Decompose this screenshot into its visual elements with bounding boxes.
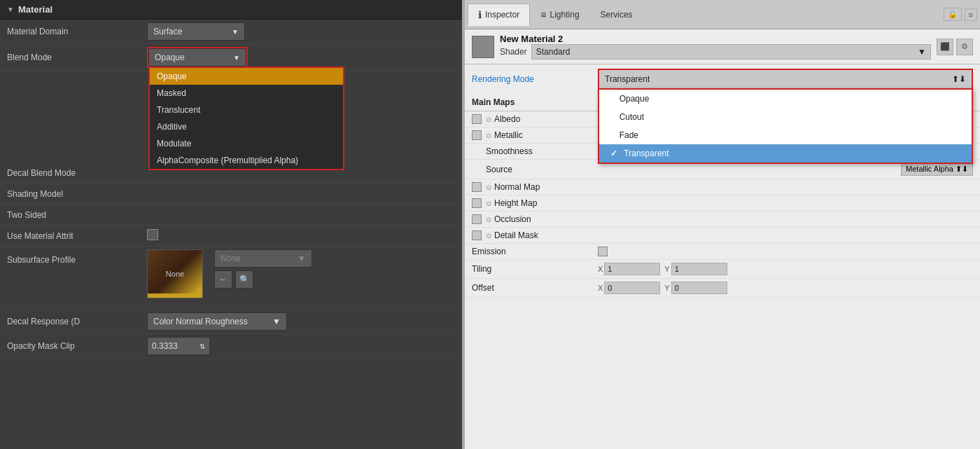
detail-mask-row: ⊙ Detail Mask	[465, 228, 980, 244]
profile-search-button[interactable]: 🔍	[235, 270, 253, 289]
opacity-mask-control: 0.3333 ⇅	[147, 337, 455, 355]
blend-option-translucent[interactable]: Translucent	[150, 102, 343, 118]
subsurface-profile-control: None None ▼ ← 🔍	[147, 249, 312, 298]
decal-blend-mode-label: Decal Blend Mode	[7, 168, 147, 178]
material-preview-icon	[472, 36, 494, 58]
occlusion-label: Occlusion	[494, 214, 973, 224]
occlusion-checkbox[interactable]	[472, 214, 482, 224]
use-material-attrit-checkbox[interactable]	[147, 229, 158, 240]
use-material-attrit-row: Use Material Attrit	[0, 226, 462, 247]
rendering-option-cutout[interactable]: Cutout	[599, 108, 972, 126]
subsurface-dropdown[interactable]: None ▼	[214, 249, 312, 268]
inspector-action-btns: ⬛ ⚙	[937, 39, 973, 55]
normal-map-row: ⊙ Normal Map	[465, 179, 980, 195]
material-settings-button[interactable]: ⚙	[956, 39, 973, 55]
albedo-checkbox[interactable]	[472, 114, 482, 124]
rendering-mode-label: Rendering Mode	[472, 74, 598, 84]
source-dropdown[interactable]: Metallic Alpha ⬆⬇	[901, 163, 973, 176]
inspector-icon: ℹ	[478, 9, 482, 20]
material-domain-label: Material Domain	[7, 27, 147, 36]
blend-mode-dropdown[interactable]: Opaque ▼	[148, 48, 246, 67]
blend-mode-label: Blend Mode	[7, 53, 147, 62]
material-domain-row: Material Domain Surface ▼	[0, 20, 462, 44]
tab-lighting[interactable]: ≡ Lighting	[530, 4, 589, 26]
rendering-dropdown-container: Transparent ⬆⬇ Opaque Cutout Fade ✓ Tran…	[598, 69, 973, 90]
tiling-y-label: Y	[664, 265, 669, 273]
use-material-attrit-label: Use Material Attrit	[7, 231, 147, 241]
collapse-icon[interactable]: ▼	[7, 6, 14, 13]
two-sided-row: Two Sided	[0, 205, 462, 226]
rendering-option-fade[interactable]: Fade	[599, 126, 972, 144]
opacity-mask-row: Opacity Mask Clip 0.3333 ⇅	[0, 334, 462, 359]
source-label: Source	[486, 165, 901, 174]
material-domain-control: Surface ▼	[147, 22, 455, 41]
material-domain-value: Surface	[153, 27, 182, 36]
tiling-x-input[interactable]	[604, 263, 660, 275]
offset-x-input[interactable]	[604, 282, 660, 294]
subsurface-profile-label: Subsurface Profile	[7, 249, 147, 265]
material-domain-dropdown[interactable]: Surface ▼	[147, 22, 245, 41]
main-maps-label: Main Maps	[472, 97, 514, 107]
inspector-content: New Material 2 Shader Standard ▼ ⬛ ⚙ Ren…	[465, 29, 980, 449]
blend-option-opaque[interactable]: Opaque	[150, 68, 343, 85]
two-sided-label: Two Sided	[7, 210, 147, 220]
blend-option-modulate[interactable]: Modulate	[150, 135, 343, 152]
offset-y-input[interactable]	[671, 282, 727, 294]
rendering-option-transparent[interactable]: ✓ Transparent	[599, 144, 972, 163]
subsurface-preview: None	[147, 249, 203, 298]
blend-option-masked[interactable]: Masked	[150, 85, 343, 102]
opacity-mask-value: 0.3333	[152, 341, 178, 351]
offset-y-pair: Y	[664, 282, 727, 294]
blend-option-additive[interactable]: Additive	[150, 118, 343, 135]
height-map-checkbox[interactable]	[472, 198, 482, 208]
shader-value: Standard	[536, 47, 570, 57]
use-material-attrit-control	[147, 229, 455, 242]
tab-services-label: Services	[601, 10, 633, 20]
metallic-dot-icon: ⊙	[486, 132, 491, 139]
rendering-mode-value: Transparent	[605, 74, 650, 84]
left-panel: ▼ Material Material Domain Surface ▼ Ble…	[0, 0, 462, 449]
offset-y-label: Y	[664, 284, 669, 292]
tab-services[interactable]: Services	[590, 4, 643, 26]
material-preview-button[interactable]: ⬛	[937, 39, 953, 55]
shader-arrow-icon: ▼	[918, 47, 926, 57]
tiling-y-input[interactable]	[671, 263, 727, 275]
rendering-mode-dropdown-list: Opaque Cutout Fade ✓ Transparent	[598, 88, 973, 164]
shading-model-label: Shading Model	[7, 189, 147, 199]
subsurface-dropdown-arrow: ▼	[298, 254, 306, 263]
tab-menu-button[interactable]: ≡	[965, 8, 977, 21]
rendering-option-opaque[interactable]: Opaque	[599, 90, 972, 108]
metallic-checkbox[interactable]	[472, 130, 482, 140]
fade-checkmark	[610, 130, 615, 140]
decal-response-dropdown[interactable]: Color Normal Roughness ▼	[147, 312, 287, 331]
profile-actions: ← 🔍	[214, 270, 312, 289]
normal-map-checkbox[interactable]	[472, 182, 482, 192]
blend-mode-dropdown-list: Opaque Masked Translucent Additive Modul…	[148, 67, 344, 170]
rendering-mode-row: Rendering Mode Transparent ⬆⬇ Opaque Cut…	[465, 64, 980, 94]
tiling-row: Tiling X Y	[465, 260, 980, 279]
tab-inspector[interactable]: ℹ Inspector	[468, 4, 530, 26]
blend-option-alpha-composite[interactable]: AlphaComposite (Premultiplied Alpha)	[150, 152, 343, 169]
profile-right-controls: None ▼ ← 🔍	[214, 249, 312, 289]
material-name: New Material 2	[500, 34, 931, 44]
unity-tabs: ℹ Inspector ≡ Lighting Services 🔒 ≡	[465, 0, 980, 29]
emission-label: Emission	[472, 247, 598, 256]
offset-label: Offset	[472, 283, 598, 293]
lock-button[interactable]: 🔒	[944, 8, 962, 21]
detail-mask-checkbox[interactable]	[472, 230, 482, 240]
decal-response-label: Decal Response (D	[7, 317, 147, 326]
blend-mode-control: Opaque ▼ Opaque Masked Translucent Addit…	[147, 47, 455, 68]
height-map-dot-icon: ⊙	[486, 200, 491, 207]
shader-dropdown[interactable]: Standard ▼	[531, 44, 931, 60]
rendering-mode-dropdown[interactable]: Transparent ⬆⬇	[599, 70, 972, 88]
profile-back-button[interactable]: ←	[214, 270, 232, 289]
rendering-mode-arrow-icon: ⬆⬇	[952, 74, 966, 84]
subsurface-dropdown-value: None	[220, 254, 241, 263]
emission-checkbox[interactable]	[598, 247, 608, 256]
occlusion-dot-icon: ⊙	[486, 216, 491, 223]
blend-mode-row: Blend Mode Opaque ▼ Opaque Masked Transl…	[0, 44, 462, 71]
opacity-mask-input[interactable]: 0.3333 ⇅	[147, 337, 210, 355]
subsurface-none-text: None	[166, 270, 184, 278]
lighting-icon: ≡	[540, 9, 546, 20]
subsurface-profile-row: Subsurface Profile None None ▼ ← 🔍	[0, 247, 462, 310]
